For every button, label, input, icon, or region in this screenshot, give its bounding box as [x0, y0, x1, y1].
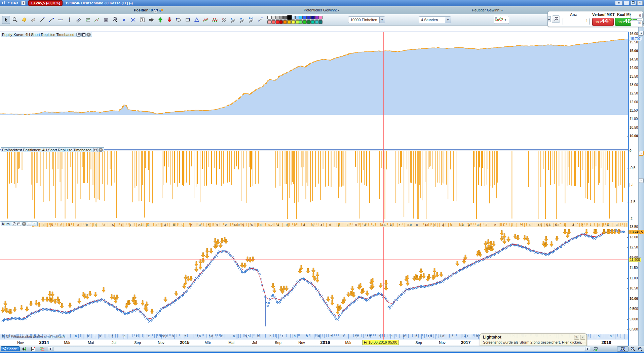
tool-text-icon[interactable]	[138, 16, 146, 24]
zoom-selection-tool[interactable]	[617, 346, 629, 352]
color-swatch[interactable]	[291, 20, 295, 24]
position-close-icon[interactable]: ×	[154, 10, 157, 13]
tool-rectangle-icon[interactable]	[184, 16, 192, 24]
restore-button[interactable]: ❐	[631, 1, 636, 5]
color-swatch[interactable]	[299, 20, 303, 24]
close-icon[interactable]: ×	[86, 33, 91, 37]
strip-button-top[interactable]: ▲	[639, 31, 644, 36]
color-swatch[interactable]	[283, 20, 287, 24]
tool-vertical-line-icon[interactable]	[66, 16, 74, 24]
order-settings-button[interactable]	[552, 15, 560, 23]
instrument-dropdown-icon[interactable]: ▼	[7, 1, 10, 4]
close-button[interactable]: ×	[637, 1, 643, 5]
zoom-out-button[interactable]	[630, 346, 636, 352]
tool-zoom-icon[interactable]	[11, 16, 19, 24]
keyboard-icon[interactable]: ⌗	[615, 1, 622, 5]
wrench-icon[interactable]	[76, 33, 81, 37]
chevron-down-icon[interactable]: ▼	[379, 17, 385, 23]
sell-arrow-button[interactable]: ↓	[27, 222, 31, 226]
tool-arrow-right-icon[interactable]	[147, 16, 155, 24]
depth-bars-icon[interactable]	[39, 346, 45, 352]
instrument-symbol[interactable]: DAX	[11, 1, 18, 5]
timeframe-dropdown[interactable]: 4 Stunden▼	[419, 16, 451, 23]
color-swatch[interactable]	[275, 20, 279, 24]
tool-raff-channel-icon[interactable]: Raff	[247, 16, 255, 24]
tool-ellipse-icon[interactable]	[175, 16, 183, 24]
quantity-input[interactable]: 1	[563, 18, 590, 25]
tool-eraser-icon[interactable]	[29, 16, 37, 24]
tool-large-cross-icon[interactable]	[129, 16, 137, 24]
gear-icon[interactable]	[159, 9, 164, 12]
chevron-down-icon[interactable]: ▼	[504, 18, 507, 22]
news-icon[interactable]	[30, 346, 36, 352]
tool-arrow-up-icon[interactable]	[156, 16, 164, 24]
scroll-right-button[interactable]: ▶	[586, 347, 590, 351]
tool-pound-channel-icon[interactable]: £	[229, 16, 237, 24]
chart-style-button[interactable]: ▼	[494, 16, 509, 24]
tool-triangle-icon[interactable]	[193, 16, 201, 24]
color-swatch[interactable]	[303, 20, 307, 24]
tool-drawing-settings-icon[interactable]	[111, 16, 119, 24]
color-swatch[interactable]	[295, 20, 299, 24]
tool-zigzag-icon[interactable]	[202, 16, 210, 24]
close-icon[interactable]: ×	[99, 148, 103, 152]
window-icon[interactable]	[81, 33, 86, 37]
strip-button-kurs[interactable]: –	[639, 178, 644, 183]
color-swatch[interactable]	[287, 20, 291, 24]
chart-region[interactable]	[0, 27, 628, 346]
color-swatch[interactable]	[283, 16, 287, 19]
units-dropdown[interactable]: 10000 Einheiten▼	[348, 16, 385, 23]
color-swatch[interactable]	[267, 16, 271, 19]
stop-distance-input[interactable]: 6	[631, 13, 643, 19]
notification-settings-button[interactable]: ✎	[574, 335, 579, 340]
chart-settings-icon[interactable]	[592, 346, 598, 352]
tool-small-cross-icon[interactable]	[120, 16, 128, 24]
color-swatch[interactable]	[287, 15, 292, 20]
tool-arrow-down-icon[interactable]	[165, 16, 174, 24]
tool-double-zigzag-icon[interactable]	[211, 16, 219, 24]
horizontal-level-line[interactable]	[0, 260, 628, 260]
collapse-arrow-icon[interactable]: ▶	[547, 16, 551, 22]
color-swatch[interactable]	[299, 16, 303, 19]
tab-equity-panel[interactable]: Equity-Kurve: 4H Short Replulse Timebase…	[1, 32, 92, 37]
tool-trash-icon[interactable]	[102, 16, 110, 24]
strip-button-backtest[interactable]: ▪	[639, 151, 644, 156]
scroll-left-button[interactable]: ◀	[48, 347, 52, 351]
tool-alert-bell-icon[interactable]	[20, 16, 28, 24]
tool-cursor-icon[interactable]	[2, 16, 10, 24]
window-icon[interactable]	[93, 148, 98, 152]
color-swatch[interactable]	[303, 16, 307, 19]
order-tool-icon[interactable]	[22, 346, 28, 352]
close-icon[interactable]: ×	[22, 222, 26, 226]
tool-andrews-pitchfork-icon[interactable]	[220, 16, 228, 24]
tool-regression-icon[interactable]	[93, 16, 101, 24]
color-swatch[interactable]	[307, 20, 311, 24]
color-swatch[interactable]	[267, 20, 271, 24]
tool-ray-icon[interactable]	[38, 16, 46, 24]
window-icon[interactable]	[17, 222, 21, 226]
color-swatch[interactable]	[275, 16, 279, 19]
tab-kurs-panel[interactable]: Kurs × ↓ ↑	[1, 221, 38, 226]
color-swatch[interactable]	[319, 16, 323, 19]
zoom-in-button[interactable]	[637, 346, 644, 352]
tool-horizontal-line-icon[interactable]	[56, 16, 65, 24]
tool-parallel-lines-icon[interactable]	[75, 16, 83, 24]
tab-backtest-panel[interactable]: ProBacktest Positionen: 4H Short Repluls…	[1, 147, 104, 152]
notification-close-button[interactable]: ×	[580, 335, 585, 340]
share-button[interactable]: Share	[1, 346, 20, 351]
color-swatch[interactable]	[311, 16, 315, 19]
minimize-button[interactable]: —	[624, 1, 629, 5]
color-swatch[interactable]	[295, 16, 299, 19]
color-swatch[interactable]	[315, 16, 319, 19]
wrench-icon[interactable]	[12, 222, 16, 226]
limit-distance-input[interactable]: 10	[631, 20, 643, 26]
tool-fibonacci-icon[interactable]	[84, 16, 92, 24]
tool-measure-icon[interactable]	[256, 16, 264, 24]
color-swatch[interactable]	[311, 20, 315, 24]
color-swatch[interactable]	[315, 20, 319, 24]
color-swatch[interactable]	[279, 20, 283, 24]
color-swatch[interactable]	[279, 16, 283, 19]
horizontal-scrollbar[interactable]	[53, 347, 585, 351]
color-swatch[interactable]	[319, 20, 323, 24]
buy-arrow-button[interactable]: ↑	[32, 222, 36, 226]
